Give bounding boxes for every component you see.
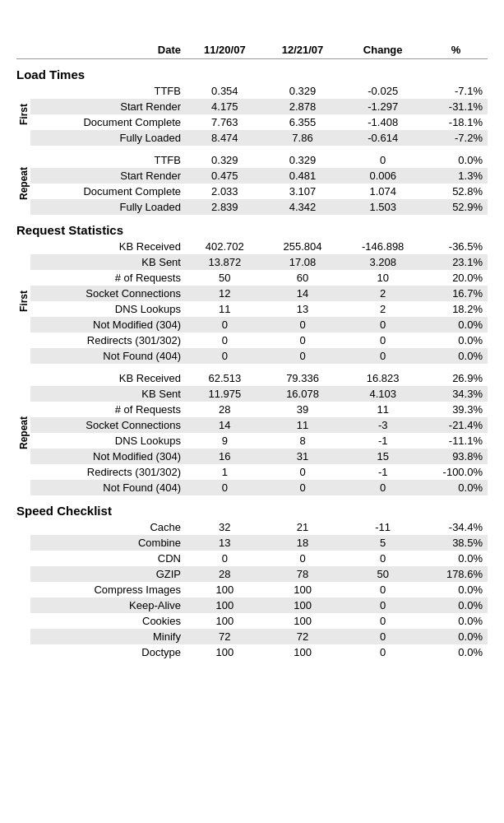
row-val2: 0 bbox=[264, 317, 342, 332]
row-change: -1 bbox=[341, 433, 424, 449]
section-title-speed_checklist: Speed Checklist bbox=[16, 495, 488, 519]
row-val2: 0 bbox=[264, 464, 342, 480]
row-val1: 32 bbox=[186, 519, 264, 535]
row-val1: 14 bbox=[186, 417, 264, 433]
row-val2: 0.481 bbox=[264, 168, 342, 184]
row-label: Compress Images bbox=[30, 582, 186, 597]
row-change: 2 bbox=[341, 301, 424, 317]
row-label: Socket Connections bbox=[30, 286, 186, 301]
table-row: Fully Loaded 8.474 7.86 -0.614 -7.2% bbox=[16, 130, 488, 146]
table-row: Fully Loaded 2.839 4.342 1.503 52.9% bbox=[16, 199, 488, 215]
page-url-line bbox=[16, 23, 488, 35]
row-label: Document Complete bbox=[30, 184, 186, 199]
row-pct: 16.7% bbox=[424, 286, 488, 301]
row-val2: 39 bbox=[264, 402, 342, 417]
row-val2: 14 bbox=[264, 286, 342, 301]
row-val1: 9 bbox=[186, 433, 264, 449]
row-val2: 2.878 bbox=[264, 99, 342, 114]
table-row: # of Requests 50 60 10 20.0% bbox=[16, 270, 488, 286]
section-title-request_stats: Request Statistics bbox=[16, 215, 488, 239]
row-label: Document Complete bbox=[30, 114, 186, 130]
row-val1: 100 bbox=[186, 644, 264, 660]
row-change: 0 bbox=[341, 551, 424, 566]
table-row: Redirects (301/302) 0 0 0 0.0% bbox=[16, 332, 488, 348]
row-change: 0 bbox=[341, 582, 424, 597]
row-label: Not Modified (304) bbox=[30, 449, 186, 464]
row-label: Redirects (301/302) bbox=[30, 464, 186, 480]
row-val2: 100 bbox=[264, 644, 342, 660]
header-col4: % bbox=[424, 42, 488, 59]
row-val2: 31 bbox=[264, 449, 342, 464]
row-val2: 255.804 bbox=[264, 239, 342, 254]
table-row: Minify 72 72 0 0.0% bbox=[16, 629, 488, 644]
row-val1: 1 bbox=[186, 464, 264, 480]
row-pct: 0.0% bbox=[424, 644, 488, 660]
table-row: First KB Received 402.702 255.804 -146.8… bbox=[16, 239, 488, 254]
row-change: 50 bbox=[341, 566, 424, 582]
row-pct: 0.0% bbox=[424, 152, 488, 168]
header-col1: 11/20/07 bbox=[186, 42, 264, 59]
row-label: KB Received bbox=[30, 370, 186, 386]
row-val1: 100 bbox=[186, 582, 264, 597]
row-label: # of Requests bbox=[30, 402, 186, 417]
spacer-row bbox=[16, 364, 488, 370]
row-val2: 3.107 bbox=[264, 184, 342, 199]
table-row: Start Render 0.475 0.481 0.006 1.3% bbox=[16, 168, 488, 184]
row-change: 15 bbox=[341, 449, 424, 464]
row-val2: 72 bbox=[264, 629, 342, 644]
table-row: Document Complete 2.033 3.107 1.074 52.8… bbox=[16, 184, 488, 199]
row-val1: 11 bbox=[186, 301, 264, 317]
row-label: CDN bbox=[30, 551, 186, 566]
table-row: Cache 32 21 -11 -34.4% bbox=[16, 519, 488, 535]
row-val1: 11.975 bbox=[186, 386, 264, 402]
row-pct: 20.0% bbox=[424, 270, 488, 286]
header-date: Date bbox=[30, 42, 186, 59]
row-change: 11 bbox=[341, 402, 424, 417]
row-change: 0 bbox=[341, 317, 424, 332]
row-label: Fully Loaded bbox=[30, 199, 186, 215]
row-change: 0 bbox=[341, 613, 424, 629]
row-change: 0 bbox=[341, 644, 424, 660]
row-change: -3 bbox=[341, 417, 424, 433]
row-change: 0 bbox=[341, 597, 424, 613]
row-label: KB Sent bbox=[30, 386, 186, 402]
table-row: KB Sent 13.872 17.08 3.208 23.1% bbox=[16, 254, 488, 270]
table-row: Cookies 100 100 0 0.0% bbox=[16, 613, 488, 629]
row-label: DNS Lookups bbox=[30, 433, 186, 449]
row-val1: 62.513 bbox=[186, 370, 264, 386]
row-val1: 7.763 bbox=[186, 114, 264, 130]
row-val1: 72 bbox=[186, 629, 264, 644]
row-pct: -21.4% bbox=[424, 417, 488, 433]
table-row: Doctype 100 100 0 0.0% bbox=[16, 644, 488, 660]
row-change: 0 bbox=[341, 348, 424, 364]
row-pct: -7.2% bbox=[424, 130, 488, 146]
row-label: Start Render bbox=[30, 99, 186, 114]
row-label: KB Received bbox=[30, 239, 186, 254]
row-val1: 0 bbox=[186, 317, 264, 332]
row-val1: 0.475 bbox=[186, 168, 264, 184]
row-pct: -36.5% bbox=[424, 239, 488, 254]
row-pct: 38.5% bbox=[424, 535, 488, 551]
row-label: Start Render bbox=[30, 168, 186, 184]
row-val2: 0 bbox=[264, 332, 342, 348]
row-pct: -34.4% bbox=[424, 519, 488, 535]
row-label: Redirects (301/302) bbox=[30, 332, 186, 348]
row-val1: 4.175 bbox=[186, 99, 264, 114]
row-change: 5 bbox=[341, 535, 424, 551]
table-row: Socket Connections 14 11 -3 -21.4% bbox=[16, 417, 488, 433]
row-val2: 8 bbox=[264, 433, 342, 449]
row-val1: 0 bbox=[186, 332, 264, 348]
row-change: 1.074 bbox=[341, 184, 424, 199]
scorecard-table: Date 11/20/07 12/21/07 Change % Load Tim… bbox=[16, 42, 488, 660]
row-val2: 0.329 bbox=[264, 152, 342, 168]
row-pct: -18.1% bbox=[424, 114, 488, 130]
row-change: 0 bbox=[341, 332, 424, 348]
table-row: Document Complete 7.763 6.355 -1.408 -18… bbox=[16, 114, 488, 130]
table-row: Compress Images 100 100 0 0.0% bbox=[16, 582, 488, 597]
row-label: TTFB bbox=[30, 152, 186, 168]
row-pct: 0.0% bbox=[424, 480, 488, 495]
row-pct: 0.0% bbox=[424, 551, 488, 566]
row-change: 16.823 bbox=[341, 370, 424, 386]
row-val2: 16.078 bbox=[264, 386, 342, 402]
row-change: -1.297 bbox=[341, 99, 424, 114]
